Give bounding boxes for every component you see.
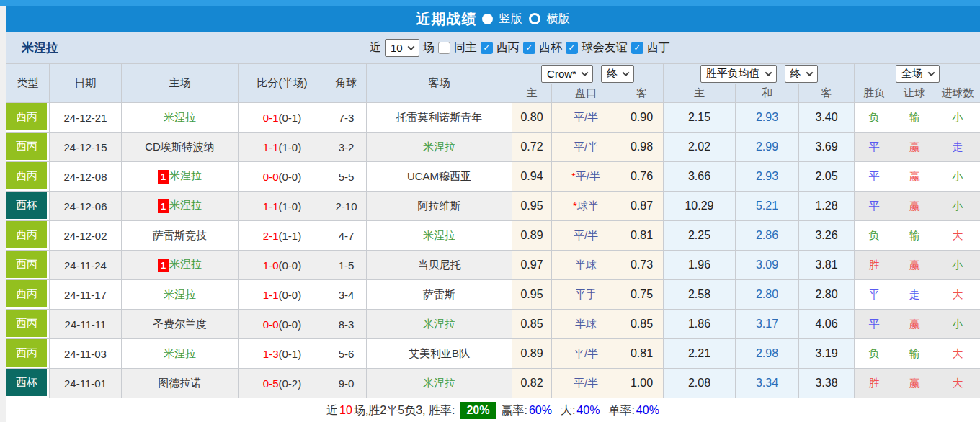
league-badge: 西丙	[6, 310, 47, 337]
away-team-link[interactable]: 米涅拉	[423, 377, 455, 389]
away-team-cell: 米涅拉	[367, 369, 512, 398]
euro-away-odds: 3.26	[799, 221, 855, 251]
euro-home-odds: 1.86	[664, 310, 736, 339]
league-type-cell: 西丙	[6, 103, 50, 133]
goals-result: 大	[935, 221, 980, 251]
rank-badge: 1	[158, 199, 169, 213]
halftime-score: (0-2)	[279, 377, 302, 390]
section-title: 近期战绩	[416, 9, 477, 29]
goals-result: 大	[935, 339, 980, 369]
league-checkbox-3[interactable]: ✓	[631, 42, 643, 54]
score-cell: 0-1(0-1)	[239, 103, 326, 133]
home-team-link[interactable]: 米涅拉	[164, 111, 196, 123]
handicap-cell: 平/半	[552, 369, 620, 398]
corner-cell: 5-5	[326, 162, 367, 192]
home-team-cell: 萨雷斯竞技	[122, 221, 239, 251]
halftime-score: (1-1)	[279, 230, 302, 242]
handicap-rate-value: 60%	[529, 404, 552, 417]
home-team-link[interactable]: 萨雷斯竞技	[153, 229, 207, 241]
league-checkbox-1[interactable]: ✓	[523, 42, 535, 54]
home-team-link[interactable]: 米涅拉	[169, 169, 202, 181]
home-team-link[interactable]: 图德拉诺	[159, 377, 202, 389]
match-date: 24-12-21	[50, 103, 122, 133]
score-cell: 1-1(1-0)	[239, 133, 326, 162]
handicap-result: 输	[894, 221, 935, 251]
corner-cell: 4-7	[326, 221, 367, 251]
league-type-cell: 西丙	[6, 339, 50, 369]
league-checkbox-0[interactable]: ✓	[481, 42, 493, 54]
euro-avg-select[interactable]: 胜平负均值	[700, 65, 777, 83]
same-home-checkbox[interactable]	[438, 42, 450, 54]
away-team-link[interactable]: 米涅拉	[423, 318, 455, 330]
home-team-cell: 1米涅拉	[122, 162, 239, 192]
goals-result: 大	[935, 369, 980, 398]
home-team-link[interactable]: 圣费尔兰度	[153, 318, 207, 330]
winloss-result: 胜	[855, 251, 894, 280]
result-header: 全场	[855, 64, 980, 84]
home-team-cell: 圣费尔兰度	[122, 310, 239, 339]
home-team-link[interactable]: CD埃斯特波纳	[145, 140, 215, 153]
asian-away-odds: 0.90	[620, 103, 664, 133]
home-team-link[interactable]: 米涅拉	[169, 199, 202, 211]
away-team-cell: 米涅拉	[367, 221, 512, 251]
match-count-select[interactable]: 10	[385, 39, 419, 57]
league-badge: 西丙	[6, 339, 47, 367]
same-home-label[interactable]: 同主	[454, 40, 477, 55]
league-badge: 西丙	[6, 280, 47, 307]
euro-away-odds: 3.81	[799, 251, 855, 280]
euro-final-select[interactable]: 终	[785, 65, 818, 83]
asian-away-odds: 0.73	[620, 251, 664, 280]
handicap-result: 赢	[894, 369, 935, 398]
home-team-cell: 米涅拉	[122, 103, 239, 133]
table-row: 西丙24-11-11圣费尔兰度0-0(0-0)8-3米涅拉0.85半球0.851…	[6, 310, 980, 339]
league-label-0[interactable]: 西丙	[496, 40, 520, 55]
away-team-link[interactable]: 米涅拉	[423, 229, 455, 241]
horizontal-layout-label[interactable]: 横版	[547, 12, 570, 27]
winloss-result: 平	[855, 133, 894, 162]
scope-select[interactable]: 全场	[896, 65, 940, 83]
league-type-cell: 西丙	[6, 280, 50, 310]
winloss-result: 负	[855, 103, 894, 133]
handicap-cell: 半球	[552, 251, 620, 280]
subheader-asian-home: 主	[512, 84, 552, 103]
vertical-layout-label[interactable]: 竖版	[499, 12, 522, 27]
asian-final-select[interactable]: 终	[601, 65, 634, 83]
corner-cell: 5-6	[326, 339, 367, 369]
summary-record: 场,胜2平5负3, 胜率:	[354, 403, 455, 418]
away-team-cell: 托雷莫利诺斯青年	[367, 103, 512, 133]
away-team-link[interactable]: 托雷莫利诺斯青年	[396, 111, 483, 123]
euro-draw-odds: 3.34	[736, 369, 799, 398]
away-team-link[interactable]: 艾美利亚B队	[409, 347, 470, 359]
rank-badge: 1	[158, 259, 169, 272]
table-row: 西丙24-12-081米涅拉0-0(0-0)5-5UCAM穆西亚0.94*平/半…	[6, 162, 980, 192]
horizontal-layout-radio[interactable]	[529, 13, 540, 24]
euro-draw-odds: 2.86	[736, 221, 799, 251]
league-label-3[interactable]: 西丁	[647, 40, 670, 55]
home-team-link[interactable]: 米涅拉	[164, 347, 196, 359]
asian-home-odds: 0.95	[512, 280, 552, 310]
away-team-link[interactable]: 米涅拉	[423, 140, 455, 153]
away-team-link[interactable]: 阿拉维斯	[418, 199, 461, 212]
league-checkbox-2[interactable]: ✓	[566, 42, 578, 54]
goals-result: 小	[935, 162, 980, 192]
handicap-cell: 平/半	[552, 221, 620, 251]
league-badge: 西杯	[6, 369, 47, 396]
col-header-date: 日期	[50, 64, 122, 103]
away-team-link[interactable]: 萨雷斯	[423, 288, 455, 300]
home-team-link[interactable]: 米涅拉	[164, 288, 196, 300]
corner-cell: 1-5	[326, 251, 367, 280]
page-top-strip	[0, 0, 980, 6]
handicap-cell: 平/半	[552, 133, 620, 162]
halftime-score: (0-0)	[279, 259, 302, 271]
vertical-layout-radio[interactable]	[482, 14, 493, 24]
table-row: 西丙24-12-15CD埃斯特波纳1-1(1-0)3-2米涅拉0.72平/半0.…	[6, 133, 980, 162]
league-label-2[interactable]: 球会友谊	[582, 40, 628, 55]
col-header-type: 类型	[6, 64, 50, 103]
home-team-link[interactable]: 米涅拉	[169, 258, 202, 270]
winloss-result: 平	[855, 192, 894, 221]
away-team-link[interactable]: UCAM穆西亚	[407, 170, 471, 182]
league-label-1[interactable]: 西杯	[539, 40, 562, 55]
bookmaker-select[interactable]: Crow*	[541, 65, 593, 83]
away-team-link[interactable]: 当贝尼托	[418, 259, 461, 271]
chevron-down-icon	[927, 69, 935, 76]
